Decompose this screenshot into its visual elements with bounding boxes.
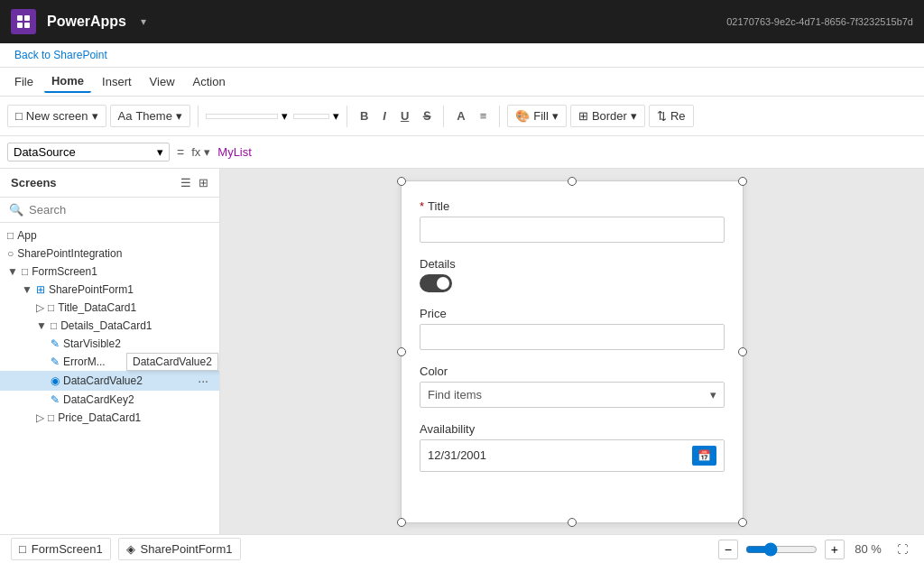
menu-home[interactable]: Home: [44, 70, 91, 93]
border-chevron-icon: ▾: [631, 109, 637, 123]
fit-to-screen-button[interactable]: ⛶: [892, 541, 913, 558]
availability-calendar-button[interactable]: 📅: [692, 446, 716, 466]
handle-top[interactable]: [568, 177, 577, 186]
formula-input[interactable]: MyList: [217, 145, 252, 159]
tree-item-details-datacard1[interactable]: ▼ □ Details_DataCard1: [0, 317, 219, 335]
italic-button[interactable]: I: [377, 106, 392, 126]
title-field: * Title: [420, 199, 725, 243]
underline-button[interactable]: U: [395, 106, 414, 126]
grid-view-icon[interactable]: ⊞: [199, 176, 208, 189]
reorder-button[interactable]: ⇅ Re: [649, 105, 694, 127]
datasource-dropdown[interactable]: DataSource ▾: [7, 143, 170, 162]
svg-rect-1: [24, 15, 30, 21]
font-size-dropdown[interactable]: ▾: [293, 109, 339, 123]
border-button[interactable]: ⊞ Border ▾: [570, 105, 645, 127]
back-to-sharepoint-link[interactable]: Back to SharePoint: [0, 43, 924, 68]
search-input[interactable]: [29, 203, 210, 217]
zoom-level: 80 %: [852, 542, 884, 556]
menu-action[interactable]: Action: [186, 71, 233, 92]
availability-label: Availability: [420, 422, 725, 436]
title-label-text: Title: [428, 199, 449, 213]
fill-icon: 🎨: [515, 109, 530, 123]
details-card-expand-icon: ▼: [36, 319, 47, 332]
app-grid-icon[interactable]: [11, 9, 36, 34]
strikethrough-button[interactable]: S̶: [418, 106, 436, 126]
zoom-slider[interactable]: [745, 542, 818, 557]
theme-chevron-icon: ▾: [176, 109, 182, 123]
ribbon-separator-1: [198, 106, 199, 127]
tree-item-title-datacard1[interactable]: ▷ □ Title_DataCard1: [0, 299, 219, 317]
handle-tl[interactable]: [397, 177, 406, 186]
sharepointform1-tab-label: SharePointForm1: [141, 542, 233, 556]
bold-button[interactable]: B: [355, 106, 374, 126]
search-box[interactable]: 🔍: [0, 198, 219, 223]
price-card-expand-icon: ▷: [36, 411, 44, 424]
tree-item-formscreen1[interactable]: ▼ □ FormScreen1: [0, 263, 219, 281]
tree-label-price-datacard1: Price_DataCard1: [58, 411, 141, 424]
screens-title: Screens: [11, 176, 57, 189]
fill-button[interactable]: 🎨 Fill ▾: [507, 105, 567, 127]
details-field: Details: [420, 257, 725, 292]
menu-file[interactable]: File: [7, 71, 41, 92]
handle-bl[interactable]: [397, 518, 406, 527]
handle-left[interactable]: [397, 347, 406, 356]
theme-label: Theme: [135, 109, 171, 123]
sharepointform1-tab[interactable]: ◈ SharePointForm1: [118, 538, 241, 560]
app-title: PowerApps: [47, 14, 126, 30]
svg-rect-0: [17, 15, 23, 21]
align-left-button[interactable]: ≡: [475, 106, 493, 126]
fx-selector[interactable]: fx ▾: [191, 145, 210, 159]
handle-bottom[interactable]: [568, 518, 577, 527]
menu-view[interactable]: View: [143, 71, 182, 92]
zoom-out-button[interactable]: −: [718, 540, 738, 559]
ribbon-separator-2: [346, 106, 347, 127]
handle-right[interactable]: [738, 347, 747, 356]
tree-item-app[interactable]: □ App: [0, 226, 219, 245]
equals-sign: =: [177, 145, 184, 160]
toggle-knob: [437, 277, 449, 290]
list-view-icon[interactable]: ☰: [180, 176, 191, 189]
handle-br[interactable]: [738, 518, 747, 527]
top-bar: PowerApps ▾ 02170763-9e2c-4d71-8656-7f32…: [0, 0, 924, 43]
reorder-label: Re: [670, 109, 686, 123]
price-input[interactable]: [420, 324, 725, 350]
formscreen1-tab[interactable]: □ FormScreen1: [11, 538, 111, 560]
svg-rect-2: [17, 23, 23, 28]
details-toggle-container: [420, 274, 725, 292]
availability-label-text: Availability: [420, 422, 475, 436]
font-family-dropdown[interactable]: ▾: [206, 109, 288, 123]
title-input[interactable]: [420, 217, 725, 243]
theme-button[interactable]: Aa Theme ▾: [110, 105, 190, 127]
new-screen-label: New screen: [26, 109, 88, 123]
tree-item-starvisible2[interactable]: ✎ StarVisible2: [0, 335, 219, 353]
datasource-chevron-icon: ▾: [157, 145, 163, 159]
tooltip-datacardvalue2: DataCardValue2: [126, 353, 218, 371]
font-size-chevron-icon: ▾: [333, 109, 339, 123]
price-label-text: Price: [420, 307, 447, 320]
error-icon: ✎: [51, 355, 60, 368]
zoom-controls: − + 80 % ⛶: [718, 540, 913, 559]
color-dropdown-arrow-icon: ▾: [710, 388, 716, 401]
fill-chevron-icon: ▾: [552, 109, 559, 123]
tree-item-datacardvalue2[interactable]: ◉ DataCardValue2 ···: [0, 371, 219, 391]
menu-insert[interactable]: Insert: [95, 71, 139, 92]
svg-rect-3: [24, 23, 30, 28]
tree-item-sharepoint-integration[interactable]: ○ SharePointIntegration: [0, 245, 219, 263]
tree-item-price-datacard1[interactable]: ▷ □ Price_DataCard1: [0, 409, 219, 427]
screens-header: Screens ☰ ⊞: [0, 169, 219, 198]
more-options-button[interactable]: ···: [194, 374, 212, 388]
title-card-icon: □: [48, 301, 54, 314]
details-toggle[interactable]: [420, 274, 452, 292]
menu-bar: File Home Insert View Action: [0, 68, 924, 97]
color-dropdown[interactable]: Find items ▾: [420, 382, 725, 408]
font-color-button[interactable]: A: [451, 106, 470, 126]
color-field: Color Find items ▾: [420, 365, 725, 408]
app-chevron-icon[interactable]: ▾: [141, 15, 146, 28]
handle-tr[interactable]: [738, 177, 747, 186]
tree-item-sharepointform1[interactable]: ▼ ⊞ SharePointForm1: [0, 281, 219, 299]
screens-icons: ☰ ⊞: [180, 176, 208, 189]
new-screen-button[interactable]: □ New screen ▾: [7, 105, 106, 127]
tree-item-errormessage1[interactable]: ✎ ErrorM... DataCardValue2: [0, 353, 219, 371]
tree-item-datacardkey2[interactable]: ✎ DataCardKey2: [0, 391, 219, 409]
zoom-in-button[interactable]: +: [825, 540, 845, 559]
